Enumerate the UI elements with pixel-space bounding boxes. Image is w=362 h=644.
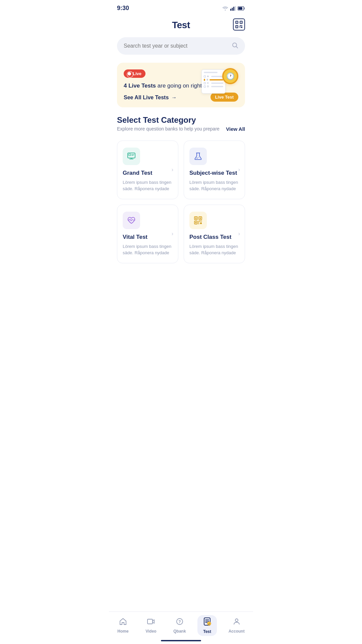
grand-test-title: Grand Test: [123, 170, 173, 176]
svg-line-16: [236, 47, 238, 48]
svg-rect-11: [237, 26, 237, 27]
search-box[interactable]: [117, 37, 245, 55]
category-card-subject[interactable]: › Subject-wise Test Lörem ipsum bass tin…: [184, 141, 245, 199]
postclass-test-chevron-icon: ›: [238, 231, 240, 237]
live-dot-icon: [128, 72, 131, 75]
category-card-grand[interactable]: › Grand Test Lörem ipsum bass tingen säd…: [117, 141, 178, 199]
search-container: [109, 35, 253, 61]
status-bar: 9:30: [109, 0, 253, 14]
svg-point-25: [198, 157, 199, 158]
postclass-test-title: Post Class Test: [189, 234, 239, 240]
view-all-button[interactable]: View All: [226, 126, 245, 132]
signal-icon: [230, 6, 236, 11]
test-paper: A B C D: [201, 69, 226, 94]
heartbeat-icon: [127, 216, 136, 225]
svg-rect-5: [238, 7, 242, 10]
page-title: Test: [172, 20, 190, 31]
arrow-icon: →: [171, 95, 177, 101]
svg-rect-27: [195, 217, 197, 219]
qr-icon: [235, 20, 243, 29]
live-badge: Live: [124, 69, 145, 78]
svg-rect-2: [233, 7, 234, 11]
svg-rect-1: [232, 8, 233, 11]
flask-icon: [193, 152, 203, 161]
see-all-label: See All Live Tests: [124, 95, 169, 101]
section-title: Select Test Category: [117, 115, 245, 125]
test-category-section-header: Select Test Category Explore more questi…: [109, 115, 253, 134]
svg-rect-31: [195, 222, 197, 223]
subject-test-icon-wrap: [189, 148, 207, 165]
grand-test-chevron-icon: ›: [172, 167, 173, 173]
svg-rect-9: [237, 22, 237, 23]
svg-rect-29: [200, 217, 201, 219]
live-banner-image: A B C D: [195, 68, 238, 102]
status-time: 9:30: [117, 5, 129, 12]
subject-test-title: Subject-wise Test: [189, 170, 239, 176]
qr-scanner-button[interactable]: [233, 18, 245, 31]
category-grid: › Grand Test Lörem ipsum bass tingen säd…: [109, 134, 253, 297]
live-count: 4 Live Tests: [124, 83, 156, 89]
live-test-button[interactable]: Live Test: [210, 93, 238, 102]
subject-test-chevron-icon: ›: [238, 167, 240, 173]
grand-test-icon-wrap: [123, 148, 140, 165]
svg-point-24: [197, 157, 198, 158]
status-icons: [222, 6, 245, 11]
category-card-postclass[interactable]: › Post Class Test Lörem ipsum bass tinge…: [184, 205, 245, 263]
page-header: Test: [109, 14, 253, 35]
live-label: Live: [133, 71, 141, 76]
monitor-icon: [127, 152, 136, 161]
search-input[interactable]: [124, 43, 228, 49]
postclass-test-icon-wrap: [189, 212, 207, 229]
svg-rect-14: [241, 26, 242, 28]
postclass-test-desc: Lörem ipsum bass tingen säde. Råponera n…: [189, 243, 239, 256]
vital-test-desc: Lörem ipsum bass tingen säde. Råponera n…: [123, 243, 173, 256]
svg-rect-34: [200, 222, 202, 224]
subject-test-desc: Lörem ipsum bass tingen säde. Råponera n…: [189, 179, 239, 192]
svg-rect-0: [230, 9, 231, 11]
search-icon: [232, 42, 238, 50]
category-card-vital[interactable]: › Vital Test Lörem ipsum bass tingen säd…: [117, 205, 178, 263]
clock-icon: 🕐: [222, 68, 238, 84]
test-illustration: A B C D: [201, 68, 238, 91]
section-sub-row: Explore more question banks to help you …: [117, 126, 245, 132]
svg-rect-20: [129, 154, 131, 156]
battery-icon: [238, 6, 245, 10]
svg-rect-10: [241, 22, 242, 23]
vital-test-chevron-icon: ›: [172, 231, 173, 237]
live-banner: Live 4 Live Tests are going on right now…: [117, 63, 245, 107]
section-subtitle: Explore more question banks to help you …: [117, 126, 220, 131]
svg-rect-3: [235, 6, 236, 11]
grand-test-desc: Lörem ipsum bass tingen säde. Råponera n…: [123, 179, 173, 192]
vital-test-title: Vital Test: [123, 234, 173, 240]
vital-test-icon-wrap: [123, 212, 140, 229]
qrcode-icon: [193, 216, 203, 225]
wifi-icon: [222, 6, 228, 11]
